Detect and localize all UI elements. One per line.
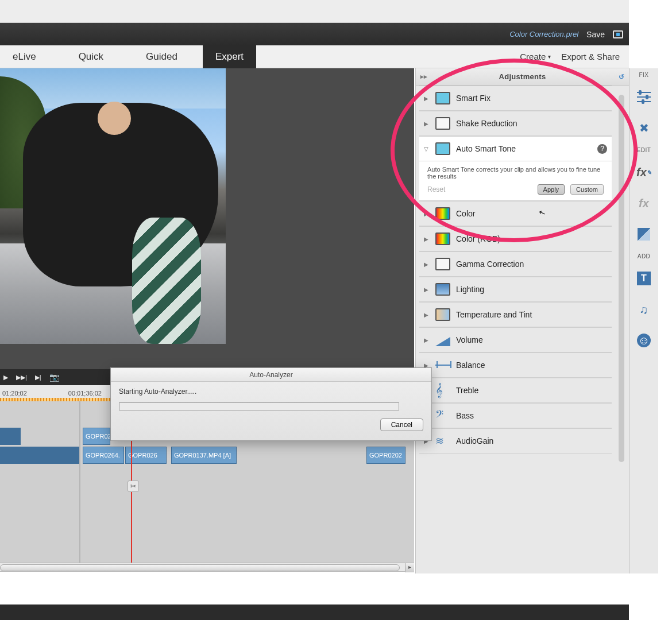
scrollbar-right-arrow-icon[interactable]: ▸ [405,563,414,572]
fx-icon[interactable]: fx [635,195,652,212]
apply-button[interactable]: Apply [538,184,565,195]
tools-icon[interactable]: ✖ [635,119,652,137]
timecode-2: 00;01;36;02 [68,390,102,397]
timeline-clip[interactable]: GOPR0264. [83,447,124,464]
adj-label: Gamma Correction [456,259,524,269]
adj-gamma[interactable]: ▶ Gamma Correction [419,251,612,277]
disclosure-open-icon: ▽ [424,146,430,152]
play-icon[interactable]: ▶ [3,374,8,381]
shake-reduction-icon [435,117,450,130]
disclosure-icon: ▶ [424,312,430,318]
adj-label: Color (RGB) [456,234,500,243]
bass-icon: 𝄢 [435,409,450,422]
lighting-icon [435,283,450,296]
adj-audio-gain[interactable]: ▶ ≋ AudioGain [419,428,612,454]
gamma-icon [435,258,450,270]
next-frame-icon[interactable]: ▶▶| [16,374,27,381]
auto-analyzer-dialog: Auto-Analyzer Starting Auto-Analyzer....… [110,367,432,441]
razor-icon[interactable]: ✂ [128,480,139,492]
disclosure-icon: ▶ [424,236,430,242]
adj-label: Temperature and Tint [456,310,532,319]
menu-bar: Color Correction.prel Save [0,23,629,45]
audio-gain-icon: ≋ [435,435,450,447]
timeline-clip[interactable]: GOPR02 [83,428,110,445]
audio-track-row[interactable]: GOPR0264.GOPR026GOPR0137.MP4 [A]GOPR0202 [0,447,414,464]
panel-body: ▶ Smart Fix ▶ Shake Reduction ▽ Auto Sma… [419,86,612,570]
adj-shake-reduction[interactable]: ▶ Shake Reduction [419,111,612,136]
window-top [0,0,629,23]
adj-lighting[interactable]: ▶ Lighting [419,277,612,302]
mode-tab-elive[interactable]: eLive [0,45,49,68]
treble-icon: 𝄞 [435,384,450,397]
panel-scrollbar[interactable] [619,95,624,462]
adj-color-rgb[interactable]: ▶ Color (RGB) [419,226,612,251]
adjustments-panel: ▸▸ Adjustments ↺ ▶ Smart Fix ▶ Shake Red… [415,68,629,574]
titles-icon[interactable]: T [635,270,652,287]
edit-label: EDIT [637,147,651,153]
panel-header: ▸▸ Adjustments ↺ [416,68,629,86]
help-icon[interactable]: ? [597,144,607,154]
save-button[interactable]: Save [586,30,605,39]
adj-label: AudioGain [456,436,493,445]
smiley-icon[interactable]: ☺ [635,332,652,349]
adj-label: Smart Fix [456,94,491,103]
preview-monitor [0,68,414,369]
auto-smart-tone-icon [435,142,450,155]
adj-smart-fix[interactable]: ▶ Smart Fix [419,86,612,111]
preview-frame [0,68,226,344]
timecode-1: 01;20;02 [2,390,27,397]
disclosure-icon: ▶ [424,261,430,268]
collapse-panel-icon[interactable]: ▸▸ [420,73,428,80]
progress-bar [119,402,399,410]
status-bar [0,604,629,620]
adj-label: Shake Reduction [456,119,517,128]
timeline-clip[interactable]: GOPR0137.MP4 [A] [171,447,237,464]
disclosure-icon: ▶ [424,121,430,127]
timeline-clip[interactable] [0,428,21,445]
volume-icon [435,334,450,346]
scrollbar-thumb[interactable] [0,564,400,571]
cancel-button[interactable]: Cancel [380,418,423,431]
adj-volume[interactable]: ▶ Volume [419,327,612,352]
disclosure-icon: ▶ [424,286,430,293]
adj-auto-smart-tone[interactable]: ▽ Auto Smart Tone ? [419,136,612,161]
fullscreen-icon[interactable] [613,30,623,38]
snapshot-icon[interactable]: 📷 [49,373,59,382]
description-text: Auto Smart Tone corrects your clip and a… [427,166,600,180]
chevron-down-icon: ▾ [548,53,551,60]
fx-edit-icon[interactable]: fx✎ [635,164,652,181]
mode-tab-bar: eLive Quick Guided Expert Create▾ Export… [0,45,629,68]
mode-tab-guided[interactable]: Guided [133,45,190,68]
adj-label: Color [456,209,475,218]
color-icon [435,207,450,220]
timeline-hscrollbar[interactable]: ▸ [0,563,414,572]
reset-button[interactable]: Reset [427,185,445,193]
timeline-clip[interactable] [0,447,79,464]
adj-bass[interactable]: 𝄢 Bass [419,403,612,428]
disclosure-icon: ▶ [424,337,430,343]
adj-label: Balance [456,361,485,370]
music-icon[interactable]: ♫ [635,301,652,318]
disclosure-icon: ▶ [424,95,430,102]
temperature-tint-icon [435,308,450,321]
mode-tab-expert[interactable]: Expert [203,45,256,68]
mode-tab-quick[interactable]: Quick [66,45,116,68]
adj-treble[interactable]: 𝄞 Treble [419,378,612,403]
adj-label: Bass [456,411,474,420]
export-share-button[interactable]: Export & Share [561,52,620,61]
dialog-message: Starting Auto-Analyzer..... [111,382,431,399]
create-button[interactable]: Create▾ [520,52,551,61]
adj-balance[interactable]: ▶ Balance [419,352,612,378]
adjust-sliders-icon[interactable] [635,88,652,106]
adj-color[interactable]: ▶ Color [419,201,612,226]
adj-temp-tint[interactable]: ▶ Temperature and Tint [419,302,612,327]
reset-panel-icon[interactable]: ↺ [619,73,624,81]
dialog-title: Auto-Analyzer [111,368,431,382]
adj-label: Auto Smart Tone [456,144,516,153]
project-name: Color Correction.prel [509,30,578,38]
transitions-icon[interactable] [635,226,652,243]
custom-button[interactable]: Custom [570,184,604,195]
auto-smart-tone-description: Auto Smart Tone corrects your clip and a… [419,161,612,201]
step-icon[interactable]: ▶| [35,374,41,381]
timeline-clip[interactable]: GOPR0202 [366,447,405,464]
